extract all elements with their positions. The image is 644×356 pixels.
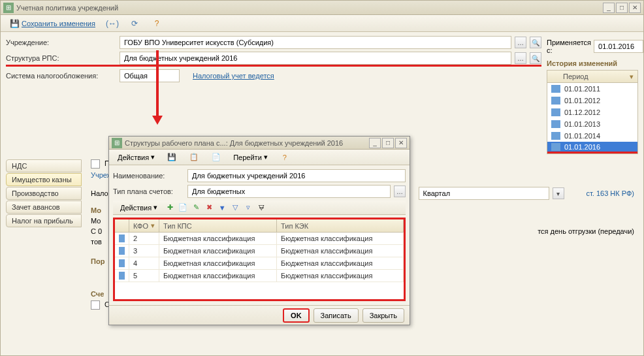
vat-exempt-checkbox[interactable] — [91, 159, 100, 169]
filter-clear-icon[interactable]: ▽̶ — [256, 202, 266, 213]
cell-kek: Бюджетная классификация — [277, 270, 404, 282]
table-row[interactable]: 3Бюджетная классификацияБюджетная класси… — [115, 245, 404, 257]
tax-accounting-link[interactable]: Налоговый учет ведется — [193, 72, 274, 80]
right-column: Применяется с: ▦ История изменений Перио… — [547, 36, 638, 154]
history-item-icon — [551, 97, 560, 105]
close-button[interactable]: ✕ — [629, 3, 641, 13]
history-item-icon — [551, 120, 560, 128]
refresh-button[interactable]: ⟳ — [125, 17, 144, 30]
dialog-save-button[interactable]: Записать — [314, 308, 359, 323]
dialog-copy-button[interactable]: 📋 — [184, 151, 204, 164]
dialog-app-icon: ⊞ — [112, 138, 122, 148]
history-list: 01.01.201101.01.201201.12.201201.01.2013… — [547, 83, 638, 154]
dialog-maximize-button[interactable]: □ — [382, 138, 394, 148]
rps-input[interactable] — [120, 52, 511, 65]
taxsys-input[interactable] — [120, 69, 180, 82]
nav-tab-1[interactable]: Имущество казны — [6, 173, 82, 186]
window-controls: _ □ ✕ — [603, 3, 641, 13]
window-title: Учетная политика учреждений — [16, 4, 603, 12]
history-item[interactable]: 01.01.2011 — [547, 83, 637, 95]
dialog-goto-menu[interactable]: Перейти ▾ — [229, 151, 272, 164]
applies-input[interactable] — [594, 40, 643, 53]
filter2-icon[interactable]: ▽ — [230, 202, 240, 213]
nav-tab-3[interactable]: Зачет авансов — [6, 201, 82, 214]
dialog-close-action-button[interactable]: Закрыть — [362, 308, 404, 323]
history-col-period: Период — [563, 73, 588, 80]
filter-icon[interactable]: ▼ — [217, 202, 227, 213]
nav-tab-0[interactable]: НДС — [6, 159, 82, 172]
grid-col-kek[interactable]: Тип КЭК — [277, 219, 404, 232]
chevron-down-icon: ▾ — [264, 153, 268, 161]
institution-field[interactable] — [123, 37, 508, 48]
dialog-minimize-button[interactable]: _ — [369, 138, 381, 148]
grid-actions-menu[interactable]: Действия ▾ — [116, 201, 162, 214]
dialog-name-field[interactable] — [191, 170, 402, 182]
app-icon: ⊞ — [3, 3, 14, 13]
history-item-icon — [551, 143, 560, 151]
rps-structure-dialog: ⊞ Структуры рабочего плана с...: Для бюд… — [108, 136, 410, 325]
taxsys-field[interactable] — [123, 70, 176, 82]
nav-tab-2[interactable]: Производство — [6, 187, 82, 200]
diskette-icon: 💾 — [167, 152, 177, 163]
history-col-header[interactable]: Период ▾ — [547, 70, 638, 83]
history-item[interactable]: 01.01.2014 — [547, 130, 637, 142]
save-icon: 💾 — [9, 18, 20, 29]
dialog-help-button[interactable]: ? — [275, 151, 295, 164]
dialog-save-tb-button[interactable]: 💾 — [162, 151, 182, 164]
dialog-plantype-ellipsis-button[interactable]: … — [394, 186, 406, 197]
history-item[interactable]: 01.01.2013 — [547, 118, 637, 130]
minimize-button[interactable]: _ — [603, 3, 615, 13]
table-row[interactable]: 2Бюджетная классификацияБюджетная класси… — [115, 233, 404, 245]
vat-period-input[interactable] — [419, 187, 549, 200]
history-item[interactable]: 01.01.2012 — [547, 95, 637, 106]
nav-tabs: НДСИмущество казныПроизводствоЗачет аван… — [6, 157, 82, 351]
rps-ellipsis-button[interactable]: … — [515, 52, 526, 64]
nav-back-button[interactable]: (↔) — [103, 17, 122, 30]
applies-row: Применяется с: ▦ — [547, 36, 638, 57]
edit-icon[interactable]: ✎ — [191, 202, 201, 213]
dialog-actions-menu[interactable]: Действия ▾ — [113, 151, 159, 164]
rps-field[interactable] — [123, 52, 508, 64]
cell-kfo: 4 — [129, 257, 159, 269]
add-icon[interactable]: ✚ — [165, 202, 175, 213]
vat-period-dropdown-button[interactable]: ▾ — [553, 187, 564, 199]
dialog-toolbar: Действия ▾ 💾 📋 📄 Перейти ▾ ? — [109, 150, 410, 165]
institution-ellipsis-button[interactable]: … — [515, 37, 526, 48]
save-changes-label: Сохранить изменения — [22, 20, 95, 27]
table-row[interactable]: 5Бюджетная классификацияБюджетная класси… — [115, 270, 404, 282]
rps-search-button[interactable]: 🔍 — [530, 52, 541, 64]
nav-tab-4[interactable]: Налог на прибыль — [6, 214, 82, 227]
grid-col-kfo[interactable]: КФО▾ — [129, 219, 159, 232]
dialog-plantype-input[interactable] — [187, 185, 391, 198]
filter3-icon[interactable]: ▿ — [243, 202, 253, 213]
add-copy-icon[interactable]: 📄 — [178, 202, 188, 213]
cell-kps: Бюджетная классификация — [159, 245, 277, 257]
cell-kfo: 5 — [129, 270, 159, 282]
history-item-date: 01.12.2012 — [564, 108, 600, 116]
grid-col-icon[interactable] — [115, 219, 129, 232]
dialog-list-button[interactable]: 📄 — [206, 151, 226, 164]
applies-field[interactable] — [597, 40, 640, 52]
institution-search-button[interactable]: 🔍 — [530, 37, 541, 48]
rps-row: Структура РПС: … 🔍 — [6, 52, 541, 67]
dialog-name-input[interactable] — [187, 169, 406, 182]
dialog-title: Структуры рабочего плана с...: Для бюдже… — [125, 139, 369, 147]
titlebar: ⊞ Учетная политика учреждений _ □ ✕ — [1, 1, 643, 15]
sche-checkbox[interactable] — [91, 300, 100, 310]
help-button[interactable]: ? — [147, 17, 167, 30]
history-item[interactable]: 01.12.2012 — [547, 106, 637, 118]
dialog-ok-button[interactable]: OK — [283, 308, 310, 323]
history-item[interactable]: 01.01.2016 — [547, 142, 637, 154]
maximize-button[interactable]: □ — [616, 3, 628, 13]
dialog-close-button[interactable]: ✕ — [395, 138, 407, 148]
table-row[interactable]: 4Бюджетная классификацияБюджетная класси… — [115, 257, 404, 270]
institution-input[interactable] — [120, 36, 511, 49]
chevron-down-icon: ▾ — [151, 153, 155, 161]
save-changes-button[interactable]: 💾 Сохранить изменения — [5, 17, 100, 30]
grid-col-kps[interactable]: Тип КПС — [159, 219, 277, 232]
delete-icon[interactable]: ✖ — [204, 202, 214, 213]
cell-kfo: 2 — [129, 233, 159, 244]
cell-kek: Бюджетная классификация — [277, 257, 404, 269]
dialog-plantype-field[interactable] — [191, 186, 387, 197]
vat-period-field[interactable] — [422, 187, 546, 199]
